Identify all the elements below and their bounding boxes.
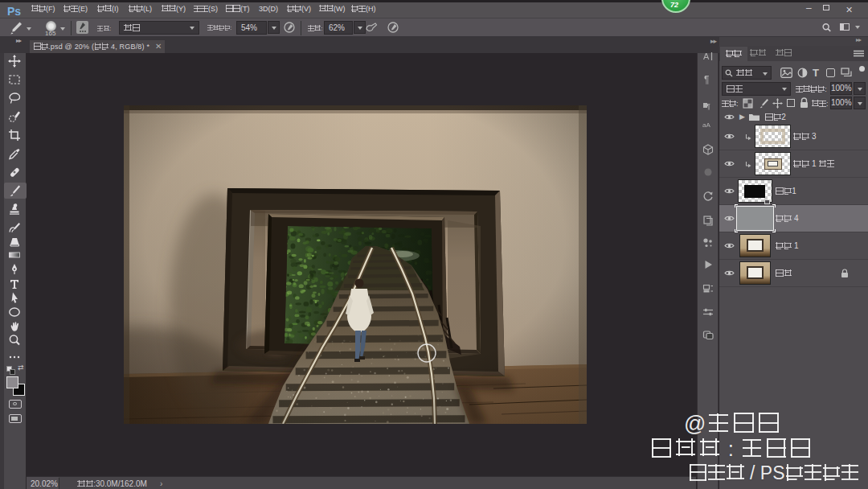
svg-text:A: A [703, 51, 710, 61]
svg-text:¶: ¶ [704, 74, 709, 84]
svg-text:aA: aA [702, 121, 710, 129]
